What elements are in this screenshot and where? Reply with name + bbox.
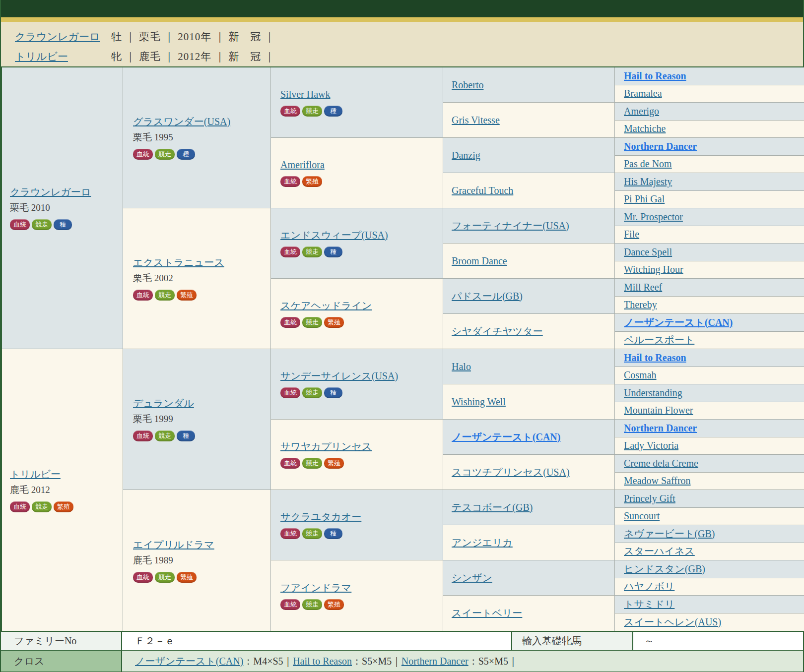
horse-link[interactable]: Witching Hour xyxy=(624,263,683,276)
horse-link[interactable]: Mr. Prospector xyxy=(624,211,683,223)
horse-link[interactable]: Understanding xyxy=(624,387,682,399)
horse-link[interactable]: Amerigo xyxy=(624,105,659,118)
horse-link[interactable]: ネヴァービート(GB) xyxy=(624,528,715,540)
race-badge[interactable]: 競走 xyxy=(155,149,175,160)
race-badge[interactable]: 競走 xyxy=(302,458,322,469)
race-badge[interactable]: 競走 xyxy=(155,572,175,583)
horse-link[interactable]: シヤダイチヤツター xyxy=(452,325,543,338)
horse-link[interactable]: Wishing Well xyxy=(452,396,506,408)
horse-link[interactable]: デュランダル xyxy=(133,397,194,410)
horse-link[interactable]: Bramalea xyxy=(624,87,662,100)
bloodline-badge[interactable]: 血統 xyxy=(280,317,300,328)
horse-link[interactable]: サワヤカプリンセス xyxy=(280,440,372,453)
bloodline-badge[interactable]: 血統 xyxy=(280,176,300,187)
horse-link[interactable]: トサミドリ xyxy=(624,598,674,611)
horse-link[interactable]: エンドスウィープ(USA) xyxy=(280,229,388,242)
horse-link[interactable]: フォーティナイナー(USA) xyxy=(452,220,569,232)
brood-badge[interactable]: 繁殖 xyxy=(177,572,197,583)
horse-link[interactable]: Thereby xyxy=(624,299,657,311)
brood-badge[interactable]: 繁殖 xyxy=(54,501,73,512)
horse-link[interactable]: Creme dela Creme xyxy=(624,457,698,470)
horse-link[interactable]: Hail to Reason xyxy=(624,70,686,82)
horse-link[interactable]: スケアヘッドライン xyxy=(280,300,372,312)
horse-link[interactable]: Mountain Flower xyxy=(624,404,693,417)
horse-link[interactable]: Halo xyxy=(452,361,471,373)
cross-link[interactable]: Northern Dancer xyxy=(402,656,469,667)
horse-link[interactable]: テスコボーイ(GB) xyxy=(452,501,533,514)
header-horse-link[interactable]: クラウンレガーロ xyxy=(15,31,100,43)
brood-badge[interactable]: 繁殖 xyxy=(324,599,344,610)
stud-badge[interactable]: 種 xyxy=(177,430,195,441)
race-badge[interactable]: 競走 xyxy=(302,599,322,610)
bloodline-badge[interactable]: 血統 xyxy=(133,430,153,441)
horse-link[interactable]: Northern Dancer xyxy=(624,422,697,434)
horse-link[interactable]: スイートベリー xyxy=(452,607,522,619)
race-badge[interactable]: 競走 xyxy=(302,317,322,328)
horse-link[interactable]: ハヤノボリ xyxy=(624,580,674,593)
horse-link[interactable]: Matchiche xyxy=(624,122,666,135)
horse-link[interactable]: アンジエリカ xyxy=(452,537,513,549)
horse-link[interactable]: ペルースポート xyxy=(624,334,694,346)
horse-link[interactable]: クラウンレガーロ xyxy=(10,186,91,198)
horse-link[interactable]: Hail to Reason xyxy=(624,352,686,364)
bloodline-badge[interactable]: 血統 xyxy=(280,387,300,398)
header-horse-link[interactable]: トリルビー xyxy=(15,51,68,62)
horse-link[interactable]: スイートヘレン(AUS) xyxy=(624,616,721,628)
horse-link[interactable]: Graceful Touch xyxy=(452,184,513,197)
horse-link[interactable]: サンデーサイレンス(USA) xyxy=(280,370,398,382)
bloodline-badge[interactable]: 血統 xyxy=(133,290,153,301)
horse-link[interactable]: Lady Victoria xyxy=(624,439,678,452)
race-badge[interactable]: 競走 xyxy=(32,501,52,512)
bloodline-badge[interactable]: 血統 xyxy=(10,501,30,512)
horse-link[interactable]: エイプリルドラマ xyxy=(133,539,214,551)
horse-link[interactable]: グラスワンダー(USA) xyxy=(133,116,230,128)
brood-badge[interactable]: 繁殖 xyxy=(177,290,197,301)
stud-badge[interactable]: 種 xyxy=(54,219,72,230)
horse-link[interactable]: ヒンドスタン(GB) xyxy=(624,563,705,575)
horse-link[interactable]: Silver Hawk xyxy=(280,88,331,101)
horse-link[interactable]: サクラユタカオー xyxy=(280,511,361,523)
brood-badge[interactable]: 繁殖 xyxy=(302,176,322,187)
horse-link[interactable]: Dance Spell xyxy=(624,246,672,258)
bloodline-badge[interactable]: 血統 xyxy=(280,106,300,117)
race-badge[interactable]: 競走 xyxy=(155,430,175,441)
bloodline-badge[interactable]: 血統 xyxy=(133,149,153,160)
horse-link[interactable]: Northern Dancer xyxy=(624,140,697,153)
horse-link[interactable]: Mill Reef xyxy=(624,281,662,294)
cross-link[interactable]: ノーザンテースト(CAN) xyxy=(135,655,243,668)
bloodline-badge[interactable]: 血統 xyxy=(280,458,300,469)
horse-link[interactable]: Gris Vitesse xyxy=(452,114,500,126)
horse-link[interactable]: フアインドラマ xyxy=(280,582,351,594)
horse-link[interactable]: ノーザンテースト(CAN) xyxy=(452,431,560,443)
bloodline-badge[interactable]: 血統 xyxy=(280,599,300,610)
horse-link[interactable]: Ameriflora xyxy=(280,159,325,171)
bloodline-badge[interactable]: 血統 xyxy=(280,246,300,257)
stud-badge[interactable]: 種 xyxy=(324,246,342,257)
horse-link[interactable]: シンザン xyxy=(452,572,492,584)
horse-link[interactable]: Meadow Saffron xyxy=(624,475,691,487)
horse-link[interactable]: パドスール(GB) xyxy=(452,290,523,303)
race-badge[interactable]: 競走 xyxy=(302,528,322,539)
stud-badge[interactable]: 種 xyxy=(324,528,342,539)
horse-link[interactable]: Pas de Nom xyxy=(624,158,672,170)
horse-link[interactable]: Broom Dance xyxy=(452,255,507,267)
bloodline-badge[interactable]: 血統 xyxy=(10,219,30,230)
stud-badge[interactable]: 種 xyxy=(324,387,342,398)
horse-link[interactable]: His Majesty xyxy=(624,176,672,188)
horse-link[interactable]: Suncourt xyxy=(624,510,660,522)
horse-link[interactable]: エクストラニュース xyxy=(133,256,224,269)
horse-link[interactable]: File xyxy=(624,228,639,241)
horse-link[interactable]: Roberto xyxy=(452,79,483,91)
horse-link[interactable]: ノーザンテースト(CAN) xyxy=(624,316,733,329)
bloodline-badge[interactable]: 血統 xyxy=(280,528,300,539)
race-badge[interactable]: 競走 xyxy=(32,219,52,230)
cross-link[interactable]: Hail to Reason xyxy=(293,656,352,667)
brood-badge[interactable]: 繁殖 xyxy=(324,317,344,328)
horse-link[interactable]: トリルビー xyxy=(10,468,61,481)
horse-link[interactable]: Princely Gift xyxy=(624,492,675,505)
horse-link[interactable]: Pi Phi Gal xyxy=(624,193,665,205)
horse-link[interactable]: スコツチプリンセス(USA) xyxy=(452,466,570,479)
horse-link[interactable]: Cosmah xyxy=(624,369,657,381)
race-badge[interactable]: 競走 xyxy=(302,106,322,117)
horse-link[interactable]: スターハイネス xyxy=(624,545,695,557)
